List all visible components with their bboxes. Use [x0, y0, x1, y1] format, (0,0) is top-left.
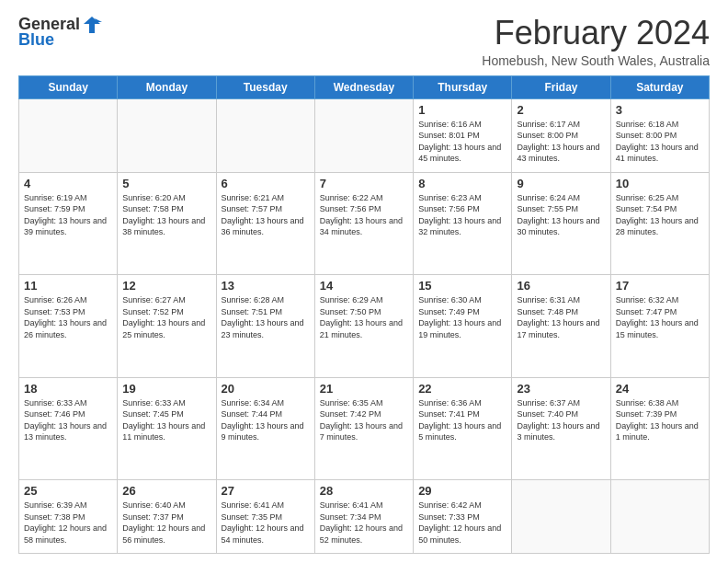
calendar-cell: 28Sunrise: 6:41 AM Sunset: 7:34 PM Dayli…	[314, 480, 413, 554]
calendar-cell: 4Sunrise: 6:19 AM Sunset: 7:59 PM Daylig…	[19, 172, 118, 274]
day-number: 10	[616, 177, 704, 190]
day-number: 14	[320, 279, 408, 293]
calendar-row-3: 11Sunrise: 6:26 AM Sunset: 7:53 PM Dayli…	[19, 275, 710, 377]
calendar-cell: 19Sunrise: 6:33 AM Sunset: 7:45 PM Dayli…	[118, 377, 216, 479]
day-number: 23	[517, 382, 605, 396]
calendar-header-row: Sunday Monday Tuesday Wednesday Thursday…	[19, 75, 710, 98]
calendar-cell: 23Sunrise: 6:37 AM Sunset: 7:40 PM Dayli…	[512, 377, 610, 479]
day-number: 17	[616, 279, 704, 293]
day-info: Sunrise: 6:24 AM Sunset: 7:55 PM Dayligh…	[517, 192, 605, 238]
day-info: Sunrise: 6:19 AM Sunset: 7:59 PM Dayligh…	[24, 192, 112, 238]
day-info: Sunrise: 6:39 AM Sunset: 7:38 PM Dayligh…	[24, 500, 112, 546]
logo-text-blue: Blue	[18, 31, 54, 50]
day-info: Sunrise: 6:35 AM Sunset: 7:42 PM Dayligh…	[320, 397, 408, 443]
day-info: Sunrise: 6:32 AM Sunset: 7:47 PM Dayligh…	[616, 294, 704, 340]
day-info: Sunrise: 6:22 AM Sunset: 7:56 PM Dayligh…	[320, 192, 408, 238]
calendar-cell: 25Sunrise: 6:39 AM Sunset: 7:38 PM Dayli…	[19, 480, 118, 554]
calendar-cell: 21Sunrise: 6:35 AM Sunset: 7:42 PM Dayli…	[314, 377, 413, 479]
col-sunday: Sunday	[19, 75, 118, 98]
calendar-cell	[512, 480, 610, 554]
day-info: Sunrise: 6:16 AM Sunset: 8:01 PM Dayligh…	[418, 119, 506, 165]
logo-bird-icon	[82, 15, 102, 35]
page: General Blue February 2024 Homebush, New…	[0, 0, 728, 563]
calendar-cell: 9Sunrise: 6:24 AM Sunset: 7:55 PM Daylig…	[512, 172, 610, 274]
day-number: 8	[418, 177, 506, 190]
calendar-cell: 3Sunrise: 6:18 AM Sunset: 8:00 PM Daylig…	[610, 98, 709, 172]
day-number: 16	[517, 279, 605, 293]
day-number: 1	[418, 103, 506, 117]
day-number: 29	[418, 484, 506, 498]
svg-marker-0	[84, 17, 100, 33]
calendar-cell: 6Sunrise: 6:21 AM Sunset: 7:57 PM Daylig…	[216, 172, 314, 274]
calendar-row-2: 4Sunrise: 6:19 AM Sunset: 7:59 PM Daylig…	[19, 172, 710, 274]
calendar-cell: 8Sunrise: 6:23 AM Sunset: 7:56 PM Daylig…	[414, 172, 512, 274]
calendar-cell: 10Sunrise: 6:25 AM Sunset: 7:54 PM Dayli…	[610, 172, 709, 274]
day-info: Sunrise: 6:25 AM Sunset: 7:54 PM Dayligh…	[616, 192, 704, 238]
day-info: Sunrise: 6:36 AM Sunset: 7:41 PM Dayligh…	[418, 397, 506, 443]
day-number: 15	[418, 279, 506, 293]
day-number: 18	[24, 382, 112, 396]
day-number: 11	[24, 279, 112, 293]
calendar-cell: 20Sunrise: 6:34 AM Sunset: 7:44 PM Dayli…	[216, 377, 314, 479]
day-number: 22	[418, 382, 506, 396]
calendar-row-5: 25Sunrise: 6:39 AM Sunset: 7:38 PM Dayli…	[19, 480, 710, 554]
month-title: February 2024	[482, 15, 710, 52]
calendar-cell: 15Sunrise: 6:30 AM Sunset: 7:49 PM Dayli…	[414, 275, 512, 377]
day-info: Sunrise: 6:33 AM Sunset: 7:46 PM Dayligh…	[24, 397, 112, 443]
day-info: Sunrise: 6:21 AM Sunset: 7:57 PM Dayligh…	[222, 192, 310, 238]
day-number: 26	[122, 484, 210, 498]
day-info: Sunrise: 6:20 AM Sunset: 7:58 PM Dayligh…	[122, 192, 210, 238]
day-info: Sunrise: 6:23 AM Sunset: 7:56 PM Dayligh…	[418, 192, 506, 238]
calendar-cell: 18Sunrise: 6:33 AM Sunset: 7:46 PM Dayli…	[19, 377, 118, 479]
day-info: Sunrise: 6:41 AM Sunset: 7:35 PM Dayligh…	[222, 500, 310, 546]
day-info: Sunrise: 6:30 AM Sunset: 7:49 PM Dayligh…	[418, 294, 506, 340]
day-info: Sunrise: 6:29 AM Sunset: 7:50 PM Dayligh…	[320, 294, 408, 340]
day-info: Sunrise: 6:18 AM Sunset: 8:00 PM Dayligh…	[616, 119, 704, 165]
calendar-cell: 22Sunrise: 6:36 AM Sunset: 7:41 PM Dayli…	[414, 377, 512, 479]
calendar-cell	[314, 98, 413, 172]
day-number: 5	[122, 177, 210, 190]
col-thursday: Thursday	[414, 75, 512, 98]
day-number: 25	[24, 484, 112, 498]
day-number: 20	[222, 382, 310, 396]
calendar-cell: 1Sunrise: 6:16 AM Sunset: 8:01 PM Daylig…	[414, 98, 512, 172]
calendar-cell: 12Sunrise: 6:27 AM Sunset: 7:52 PM Dayli…	[118, 275, 216, 377]
col-monday: Monday	[118, 75, 216, 98]
header: General Blue February 2024 Homebush, New…	[18, 15, 710, 68]
calendar-cell: 2Sunrise: 6:17 AM Sunset: 8:00 PM Daylig…	[512, 98, 610, 172]
col-wednesday: Wednesday	[314, 75, 413, 98]
day-number: 13	[222, 279, 310, 293]
calendar-cell: 17Sunrise: 6:32 AM Sunset: 7:47 PM Dayli…	[610, 275, 709, 377]
col-friday: Friday	[512, 75, 610, 98]
day-number: 19	[122, 382, 210, 396]
calendar-cell: 14Sunrise: 6:29 AM Sunset: 7:50 PM Dayli…	[314, 275, 413, 377]
calendar-cell: 7Sunrise: 6:22 AM Sunset: 7:56 PM Daylig…	[314, 172, 413, 274]
day-number: 9	[517, 177, 605, 190]
col-tuesday: Tuesday	[216, 75, 314, 98]
day-number: 28	[320, 484, 408, 498]
col-saturday: Saturday	[610, 75, 709, 98]
calendar-cell: 5Sunrise: 6:20 AM Sunset: 7:58 PM Daylig…	[118, 172, 216, 274]
day-number: 12	[122, 279, 210, 293]
title-section: February 2024 Homebush, New South Wales,…	[482, 15, 710, 68]
day-number: 2	[517, 103, 605, 117]
calendar-cell	[118, 98, 216, 172]
day-info: Sunrise: 6:33 AM Sunset: 7:45 PM Dayligh…	[122, 397, 210, 443]
day-info: Sunrise: 6:38 AM Sunset: 7:39 PM Dayligh…	[616, 397, 704, 443]
calendar-row-4: 18Sunrise: 6:33 AM Sunset: 7:46 PM Dayli…	[19, 377, 710, 479]
calendar-cell	[610, 480, 709, 554]
day-number: 3	[616, 103, 704, 117]
calendar-cell: 27Sunrise: 6:41 AM Sunset: 7:35 PM Dayli…	[216, 480, 314, 554]
calendar-cell: 16Sunrise: 6:31 AM Sunset: 7:48 PM Dayli…	[512, 275, 610, 377]
day-info: Sunrise: 6:31 AM Sunset: 7:48 PM Dayligh…	[517, 294, 605, 340]
day-info: Sunrise: 6:40 AM Sunset: 7:37 PM Dayligh…	[122, 500, 210, 546]
calendar-cell	[19, 98, 118, 172]
day-info: Sunrise: 6:37 AM Sunset: 7:40 PM Dayligh…	[517, 397, 605, 443]
calendar-row-1: 1Sunrise: 6:16 AM Sunset: 8:01 PM Daylig…	[19, 98, 710, 172]
day-number: 24	[616, 382, 704, 396]
day-info: Sunrise: 6:34 AM Sunset: 7:44 PM Dayligh…	[222, 397, 310, 443]
day-info: Sunrise: 6:28 AM Sunset: 7:51 PM Dayligh…	[222, 294, 310, 340]
calendar-cell: 13Sunrise: 6:28 AM Sunset: 7:51 PM Dayli…	[216, 275, 314, 377]
day-number: 27	[222, 484, 310, 498]
calendar-cell	[216, 98, 314, 172]
